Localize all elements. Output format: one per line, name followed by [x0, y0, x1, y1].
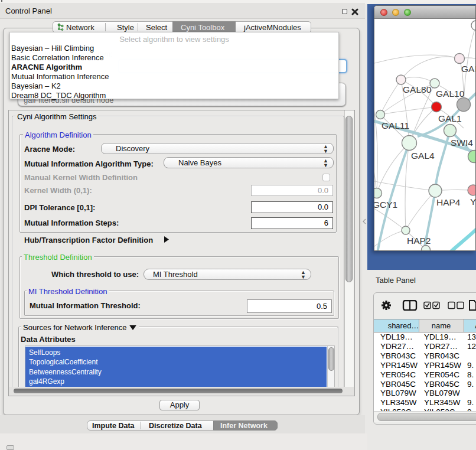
svg-text:GAL10: GAL10: [436, 89, 465, 99]
svg-text:HAP4: HAP4: [436, 197, 461, 207]
svg-text:HAP2: HAP2: [407, 236, 431, 246]
svg-text:GAL2: GAL2: [461, 64, 476, 74]
svg-text:GAL4: GAL4: [411, 151, 435, 161]
svg-text:GAL80: GAL80: [403, 84, 432, 94]
svg-text:GAL11: GAL11: [382, 120, 409, 131]
svg-text:GAL1: GAL1: [438, 113, 462, 123]
svg-text:GCY1: GCY1: [374, 200, 397, 210]
svg-text:YJ: YJ: [470, 197, 476, 207]
svg-text:SWI4: SWI4: [451, 138, 473, 148]
